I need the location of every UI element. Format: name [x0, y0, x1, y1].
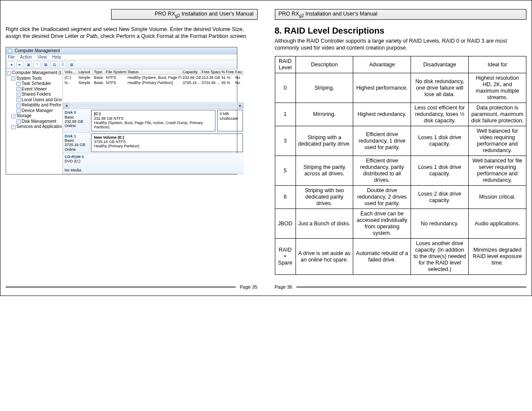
page-number-left: Page 35	[240, 284, 258, 290]
action-icon[interactable]: ▦	[42, 61, 49, 68]
menu-view[interactable]: View	[37, 55, 47, 59]
tree-storage[interactable]: Storage	[7, 113, 62, 119]
tree-root[interactable]: Computer Management (Local	[7, 70, 62, 76]
menu-help[interactable]: Help	[52, 55, 61, 59]
left-body-text: Right click the Unallocated segment and …	[6, 26, 258, 40]
window-titlebar: Computer Management	[6, 47, 237, 54]
tree-system-tools[interactable]: System Tools	[7, 76, 62, 81]
up-icon[interactable]: ▣	[25, 61, 32, 68]
raid-table-header-row: RAID Level Description Advantage Disadva…	[275, 56, 526, 73]
menu-bar[interactable]: File Action View Help	[6, 54, 237, 60]
disk-1-partition-e[interactable]: New Volume (E:) 3725.16 GB NTFS Healthy …	[91, 134, 243, 152]
disk-1-row[interactable]: Disk 1 Basic 3725.16 GB Online New Volum…	[63, 133, 244, 153]
window-title: Computer Management	[15, 48, 60, 53]
left-header-bar: PRO RXg2 Installation and User's Manual	[111, 9, 258, 20]
right-header-bar: PRO RXg2 Installation and User's Manual	[275, 9, 527, 20]
tree-device-manager[interactable]: Device Manager	[7, 108, 62, 114]
section-heading: 8. RAID Level Descriptions	[275, 26, 527, 36]
menu-file[interactable]: File	[8, 55, 15, 59]
footer-rule	[6, 286, 236, 288]
raid-table-row: 6Striping with two dedicated parity driv…	[275, 186, 526, 209]
tree-reliability[interactable]: Reliability and Performa	[7, 103, 62, 108]
header-title: PRO RXg2 Installation and User's Manual	[155, 11, 254, 18]
header-title: PRO RXg2 Installation and User's Manual	[279, 11, 378, 18]
raid-table-row: RAID + SpareA drive is set aside as an o…	[275, 239, 526, 275]
scroll-left-icon[interactable]: ◄	[63, 103, 70, 109]
tree-task-scheduler[interactable]: Task Scheduler	[7, 81, 62, 87]
disk-management-pane: Volu...LayoutTypeFile SystemStatusCapaci…	[63, 69, 244, 174]
right-page: PRO RXg2 Installation and User's Manual …	[275, 9, 527, 275]
volume-row[interactable]: N...SimpleBasicNTFSHealthy (Primary Part…	[63, 80, 244, 85]
computer-management-screenshot: Computer Management File Action View Hel…	[6, 47, 237, 174]
nav-tree[interactable]: Computer Management (Local System Tools …	[6, 69, 63, 174]
toolbar: ◄ ► ▣ ? ▦ ▤ ☰ ▦	[6, 60, 237, 69]
footer-rule	[296, 286, 526, 288]
tree-event-viewer[interactable]: Event Viewer	[7, 87, 62, 92]
tree-local-users[interactable]: Local Users and Groups	[7, 97, 62, 103]
volume-row[interactable]: (C:)SimpleBasicNTFSHealthy (System, Boot…	[63, 75, 244, 80]
raid-intro: Although the RAID Controller supports a …	[275, 37, 527, 52]
volume-list-header: Volu...LayoutTypeFile SystemStatusCapaci…	[63, 69, 244, 75]
tree-disk-management[interactable]: Disk Management	[7, 119, 62, 125]
raid-table-row: 1Mirroring.Highest redundancy.Less cost …	[275, 103, 526, 126]
back-icon[interactable]: ◄	[8, 61, 15, 68]
scroll-right-icon[interactable]: ►	[237, 103, 244, 109]
disk-0-partition-c[interactable]: (C:) 232.88 GB NTFS Healthy (System, Boo…	[91, 110, 215, 131]
menu-action[interactable]: Action	[20, 55, 32, 59]
raid-table-row: 3Striping with a dedicated parity drive.…	[275, 126, 526, 156]
page-number-right: Page 36	[275, 284, 292, 290]
raid-table: RAID Level Description Advantage Disadva…	[275, 56, 527, 275]
left-page: PRO RXg2 Installation and User's Manual …	[6, 9, 258, 275]
disk-0-unallocated[interactable]: 9 MB Unallocate	[217, 110, 243, 131]
horizontal-scrollbar[interactable]: ◄ ►	[63, 103, 244, 109]
refresh-icon[interactable]: ?	[34, 61, 40, 68]
properties-icon[interactable]: ▤	[51, 61, 58, 68]
help-icon[interactable]: ☰	[59, 61, 66, 68]
extra-icon[interactable]: ▦	[68, 61, 75, 68]
app-icon	[8, 49, 12, 53]
forward-icon[interactable]: ►	[16, 61, 23, 68]
raid-table-row: 0Striping.Highest performance.No disk re…	[275, 73, 526, 103]
cdrom-row[interactable]: CD-ROM 0 DVD (D:) No Media	[63, 153, 244, 174]
raid-table-row: JBODJust a Bunch of disks.Each drive can…	[275, 209, 526, 239]
tree-shared-folders[interactable]: Shared Folders	[7, 92, 62, 97]
tree-services[interactable]: Services and Applications	[7, 124, 62, 130]
raid-table-row: 5Striping the parity across all drives.E…	[275, 156, 526, 186]
disk-0-row[interactable]: Disk 0 Basic 232.88 GB Online (C:) 232.8…	[63, 109, 244, 132]
